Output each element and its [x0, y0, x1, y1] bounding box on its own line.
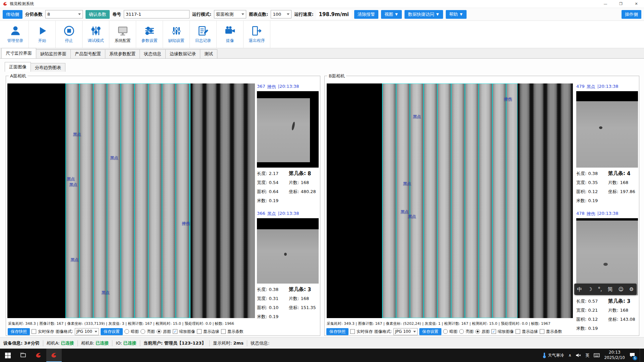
capture-image-button[interactable]: 提像 [217, 21, 244, 48]
run-mode-select[interactable]: 双面检测 [214, 10, 246, 18]
taskbar-app-icon-active[interactable] [46, 349, 62, 362]
help-menu-button[interactable]: 帮助 ▼ [446, 10, 467, 19]
log-record-button[interactable]: 日志记录 [190, 21, 217, 48]
taskbar-app-icon[interactable] [31, 349, 46, 362]
show-edge-checkbox[interactable] [516, 329, 520, 334]
tab-defect-monitor[interactable]: 缺陷监控界面 [36, 49, 71, 58]
show-desktop-button[interactable] [640, 349, 641, 362]
close-button[interactable]: ✕ [629, 0, 644, 8]
thermometer-icon [542, 352, 547, 358]
clear-alarm-button[interactable]: 清除报警 [354, 10, 378, 19]
tray-date: 2025/2/10 [604, 355, 625, 361]
ime-simplified-button[interactable]: 简 [608, 286, 613, 293]
show-edge-checkbox[interactable] [197, 329, 202, 334]
defect-strip: 8 [308, 171, 311, 177]
defect-card[interactable]: 479 黑点 |20:13:38 长度:0.38 第几条:4 宽度:0.35 片… [576, 83, 639, 205]
system-config-button[interactable]: 系统配置 [109, 21, 136, 48]
image-format-select[interactable]: JPG 100 [393, 328, 418, 335]
show-count-checkbox[interactable] [540, 329, 544, 334]
stop-button[interactable]: 停止 [56, 21, 83, 48]
realtime-save-checkbox[interactable] [350, 329, 355, 334]
task-view-button[interactable] [15, 349, 31, 362]
original-image-radio[interactable] [475, 329, 480, 334]
view-menu-button[interactable]: 视图 ▼ [381, 10, 402, 19]
defect-settings-button[interactable]: 缺陷设置 [163, 21, 190, 48]
tab-system-param-config[interactable]: 系统参数配置 [105, 49, 140, 58]
defect-type: 挫伤 [587, 211, 595, 217]
camera-a-title: A面相机 [9, 73, 28, 79]
defect-coord: 480.28 [301, 189, 316, 194]
realtime-save-checkbox[interactable] [32, 329, 36, 334]
defect-annotation: 挫伤 [182, 221, 190, 227]
defect-strip: 4 [627, 171, 630, 177]
minimize-button[interactable]: — [598, 0, 613, 8]
notification-badge: 6 [633, 356, 637, 360]
chevron-down-icon [287, 13, 289, 15]
defect-width: 0.31 [269, 296, 278, 301]
weather-tray-item[interactable]: 天气寒冷 [542, 352, 564, 358]
camera-a-stats-line: 采集耗时: 348.3 | 图像计数: 167 | 像素坐标: (333,713… [8, 321, 234, 326]
tab-product-model-config[interactable]: 产品型号配置 [70, 49, 105, 58]
ime-punctuation-button[interactable]: °, [598, 286, 602, 292]
window-title: 视觉检测系统 [10, 1, 34, 7]
defect-id: 367 [257, 84, 265, 90]
zoom-image-checkbox[interactable] [173, 329, 177, 334]
save-settings-button[interactable]: 保存设置 [101, 328, 123, 335]
dark-image-radio[interactable] [124, 329, 129, 334]
tab-status-info[interactable]: 状态信息 [140, 49, 166, 58]
volume-muted-icon[interactable] [576, 353, 581, 358]
data-access-menu-button[interactable]: 数据快捷访问 ▼ [405, 10, 443, 19]
original-image-radio[interactable] [157, 329, 161, 334]
tab-distribution-trend-chart[interactable]: 分布趋势图表 [31, 63, 65, 72]
input-language-indicator[interactable]: 英 [585, 353, 589, 358]
app-logo-icon [51, 352, 57, 359]
zoom-image-checkbox[interactable] [491, 329, 496, 334]
action-center-button[interactable]: 6 [629, 352, 635, 359]
debug-mode-button[interactable]: 调试模式 [83, 21, 109, 48]
defect-card[interactable]: 478 挫伤 |20:13:38 长度:0.57 第几条:3 宽度:0.21 片… [576, 210, 639, 333]
camera-b-controls: 保存快照 实时保存 图像格式: JPG 100 保存设置 暗图 亮图 原图 缩放… [326, 327, 562, 336]
defect-stats: 长度:0.57 第几条:3 宽度:0.21 片数:168 面积:0.12 坐标:… [576, 295, 639, 333]
slit-count-select[interactable]: 8 [45, 10, 83, 18]
drive-side-button[interactable]: 传动侧 [3, 10, 22, 19]
camera-b-image[interactable]: 挫伤 黑点 黑点 黑点 黑点 [327, 83, 573, 318]
camera-a-status-label: 相机A: [47, 340, 60, 346]
operate-side-button[interactable]: 操作侧 [622, 10, 641, 19]
exit-program-button[interactable]: 退出程序 [244, 21, 270, 48]
tab-size-monitor[interactable]: 尺寸监控界面 [1, 48, 36, 58]
defect-time: |20:13:38 [278, 211, 299, 217]
save-snapshot-button[interactable]: 保存快照 [326, 328, 348, 335]
confirm-count-button[interactable]: 确认条数 [86, 10, 110, 19]
roll-number-input[interactable] [124, 10, 190, 18]
save-snapshot-button[interactable]: 保存快照 [8, 328, 30, 335]
taskbar-clock[interactable]: 20:13 2025/2/10 [604, 350, 625, 360]
start-button[interactable]: 开始 [29, 21, 56, 48]
defect-id: 366 [257, 211, 265, 217]
tab-test[interactable]: 测试 [200, 49, 217, 58]
show-count-checkbox[interactable] [221, 329, 226, 334]
start-button[interactable] [0, 349, 15, 362]
admin-login-button[interactable]: 管理登录 [2, 21, 29, 48]
tray-expand-chevron[interactable]: ∧ [569, 353, 572, 358]
dark-image-radio[interactable] [443, 329, 448, 334]
defect-annotation: 黑点 [70, 257, 78, 263]
bright-image-radio[interactable] [141, 329, 145, 334]
image-format-select[interactable]: JPG 100 [75, 328, 99, 335]
bright-image-radio[interactable] [459, 329, 464, 334]
ime-emoji-button[interactable]: ☺ [619, 286, 624, 292]
ime-language-button[interactable]: 中 [577, 286, 582, 293]
touch-keyboard-icon[interactable] [594, 353, 600, 358]
ime-settings-gear-icon[interactable]: ⚙ [629, 286, 634, 292]
tab-edge-data-record[interactable]: 边缘数据记录 [165, 49, 200, 58]
chart-points-select[interactable]: 100 [271, 10, 291, 18]
parameter-settings-button[interactable]: 参数设置 [136, 21, 163, 48]
defect-pieces: 168 [301, 180, 309, 185]
tab-front-image[interactable]: 正面图像 [5, 62, 31, 72]
defect-card[interactable]: 366 黑点 |20:13:38 长度:0.38 第几条:3 宽度:0.31 片… [257, 210, 319, 321]
restore-button[interactable]: ❐ [613, 0, 629, 8]
save-settings-button[interactable]: 保存设置 [419, 328, 441, 335]
defect-card[interactable]: 367 挫伤 |20:13:38 长度:2.17 第几条:8 宽度:0.54 片… [257, 83, 319, 205]
sliders-horizontal-icon [144, 25, 155, 37]
ime-fullwidth-moon-icon[interactable]: ☽ [588, 286, 592, 292]
camera-a-image[interactable]: 黑点 黑点 黑点 黑点 挫伤 黑点 黑点 [7, 83, 255, 318]
